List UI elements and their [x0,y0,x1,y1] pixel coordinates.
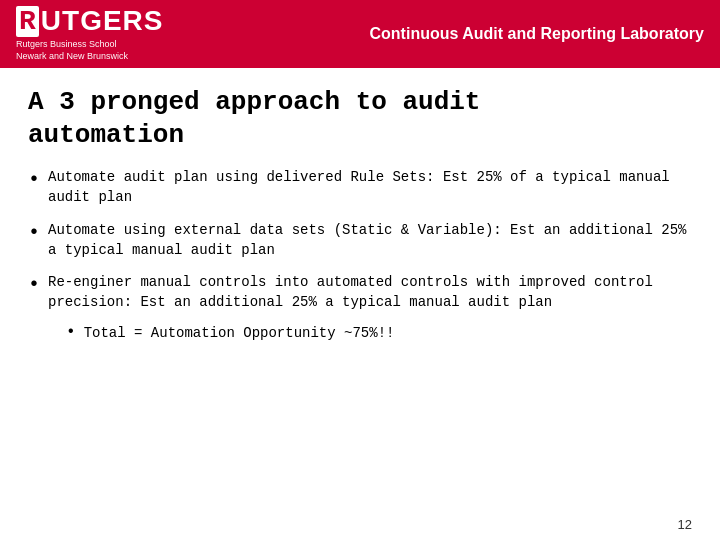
logo-area: R UTGERS Rutgers Business School Newark … [16,6,164,62]
sub-bullet-text: Total = Automation Opportunity ~75%!! [84,323,395,343]
list-item: • Automate audit plan using delivered Ru… [28,167,692,208]
bullet-text-3: Re-enginer manual controls into automate… [48,272,692,344]
rutgers-sub-title: Rutgers Business School Newark and New B… [16,39,164,62]
lab-title: Continuous Audit and Reporting Laborator… [370,25,705,43]
bullet-list: • Automate audit plan using delivered Ru… [28,167,692,503]
sub-bullet-icon: • [66,321,76,344]
bullet-icon: • [28,218,40,247]
bullet-icon: • [28,270,40,299]
bullet-text-1: Automate audit plan using delivered Rule… [48,167,692,208]
sub-bullet: • Total = Automation Opportunity ~75%!! [66,323,692,344]
list-item: • Automate using external data sets (Sta… [28,220,692,261]
page-number: 12 [0,513,720,540]
list-item: • Re-enginer manual controls into automa… [28,272,692,344]
bullet-icon: • [28,165,40,194]
slide: R UTGERS Rutgers Business School Newark … [0,0,720,540]
main-heading: A 3 pronged approach to audit automation [28,86,692,151]
main-content: A 3 pronged approach to audit automation… [0,68,720,513]
rutgers-logo: R UTGERS Rutgers Business School Newark … [16,6,164,62]
header: R UTGERS Rutgers Business School Newark … [0,0,720,68]
bullet-text-2: Automate using external data sets (Stati… [48,220,692,261]
rutgers-name: UTGERS [41,7,164,35]
rutgers-R-letter: R [16,6,39,37]
